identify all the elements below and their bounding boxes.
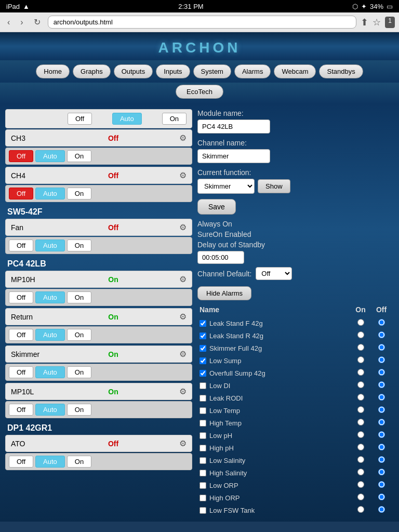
url-input[interactable] [48, 16, 357, 29]
nav-webcam[interactable]: Webcam [274, 64, 316, 78]
share-button[interactable]: ⬆ [361, 17, 368, 28]
ecotech-button[interactable]: EcoTech [176, 85, 223, 99]
alarm-high-salinity-checkbox[interactable] [200, 470, 206, 476]
skimmer-gear-icon[interactable]: ⚙ [179, 349, 187, 359]
alarm-hsal-on-radio[interactable] [357, 469, 364, 475]
mp10l-ctrl-off[interactable]: Off [9, 404, 33, 416]
mp10h-ctrl-on[interactable]: On [67, 291, 91, 303]
ch4-ctrl-off[interactable]: Off [9, 188, 33, 200]
alarm-low-orp-checkbox[interactable] [200, 482, 206, 489]
alarm-ls-on-radio[interactable] [357, 356, 364, 363]
alarm-lfsw-off-radio[interactable] [378, 506, 385, 513]
fan-ctrl-auto[interactable]: Auto [35, 240, 65, 251]
alarm-lt-on-radio[interactable] [357, 406, 364, 413]
alarm-hph-off-radio[interactable] [378, 444, 385, 450]
skimmer-ctrl-off[interactable]: Off [9, 366, 33, 378]
alarm-os-on-radio[interactable] [357, 369, 364, 376]
alarm-low-ph-checkbox[interactable] [200, 432, 206, 439]
skimmer-ctrl-on[interactable]: On [67, 366, 91, 378]
alarm-high-temp-checkbox[interactable] [200, 420, 206, 427]
show-button[interactable]: Show [258, 179, 290, 193]
skimmer-ctrl-auto[interactable]: Auto [35, 366, 65, 378]
alarm-lr-on-radio[interactable] [357, 394, 364, 401]
alarm-lfsw-on-radio[interactable] [357, 506, 364, 513]
ch4-gear-icon[interactable]: ⚙ [179, 170, 187, 180]
nav-alarms[interactable]: Alarms [234, 64, 271, 78]
alarm-low-salinity-checkbox[interactable] [200, 457, 206, 464]
alarm-leak-stand-f-checkbox[interactable] [200, 320, 206, 327]
nav-graphs[interactable]: Graphs [73, 64, 111, 78]
alarm-lsr-on-radio[interactable] [357, 331, 364, 338]
alarm-lsr-off-radio[interactable] [378, 331, 385, 338]
ch-unnamed-1-auto[interactable]: Auto [112, 113, 142, 125]
alarm-low-fsw-checkbox[interactable] [200, 507, 206, 514]
ch3-gear-icon[interactable]: ⚙ [179, 133, 187, 143]
ch-unnamed-1-off[interactable]: Off [68, 113, 92, 125]
mp10h-ctrl-off[interactable]: Off [9, 291, 33, 303]
alarm-sf-off-radio[interactable] [378, 344, 385, 351]
ato-ctrl-off[interactable]: Off [9, 456, 33, 468]
nav-system[interactable]: System [193, 64, 231, 78]
alarm-high-ph-checkbox[interactable] [200, 445, 206, 451]
alarm-low-temp-checkbox[interactable] [200, 407, 206, 414]
alarm-lph-on-radio[interactable] [357, 431, 364, 438]
hide-alarms-button[interactable]: Hide Alarms [197, 286, 251, 300]
alarm-lsal-off-radio[interactable] [378, 456, 385, 463]
channel-default-select[interactable]: Off On [256, 267, 292, 280]
alarm-low-sump-checkbox[interactable] [200, 357, 206, 364]
mp10l-ctrl-auto[interactable]: Auto [35, 404, 65, 416]
alarm-horp-off-radio[interactable] [378, 494, 385, 500]
ch-unnamed-1-on[interactable]: On [162, 113, 187, 125]
return-ctrl-off[interactable]: Off [9, 329, 33, 341]
forward-button[interactable]: › [17, 17, 26, 28]
ch3-ctrl-off[interactable]: Off [9, 150, 33, 162]
function-select[interactable]: Skimmer Return Light Fan Heater [197, 179, 255, 194]
ch4-ctrl-on[interactable]: On [67, 188, 91, 200]
refresh-button[interactable]: ↻ [31, 16, 44, 28]
alarm-lsf-off-radio[interactable] [378, 319, 385, 326]
alarm-lorp-off-radio[interactable] [378, 481, 385, 488]
bookmark-button[interactable]: ☆ [373, 17, 381, 28]
alarm-lorp-on-radio[interactable] [357, 481, 364, 488]
fan-ctrl-off[interactable]: Off [9, 240, 33, 251]
return-ctrl-auto[interactable]: Auto [35, 329, 65, 341]
ch4-ctrl-auto[interactable]: Auto [35, 188, 65, 200]
alarm-lsf-on-radio[interactable] [357, 319, 364, 326]
alarm-ls-off-radio[interactable] [378, 356, 385, 363]
tab-count[interactable]: 1 [385, 17, 395, 28]
alarm-lsal-on-radio[interactable] [357, 456, 364, 463]
ch3-ctrl-on[interactable]: On [67, 150, 91, 162]
ato-gear-icon[interactable]: ⚙ [179, 438, 187, 448]
delay-input[interactable] [197, 251, 244, 264]
nav-inputs[interactable]: Inputs [156, 64, 190, 78]
alarm-lr-off-radio[interactable] [378, 394, 385, 401]
ch3-ctrl-auto[interactable]: Auto [35, 150, 65, 162]
alarm-lph-off-radio[interactable] [378, 431, 385, 438]
nav-outputs[interactable]: Outputs [114, 64, 153, 78]
return-ctrl-on[interactable]: On [67, 329, 91, 341]
alarm-leak-rodi-checkbox[interactable] [200, 395, 206, 402]
mp10h-gear-icon[interactable]: ⚙ [179, 274, 187, 284]
return-gear-icon[interactable]: ⚙ [179, 312, 187, 322]
alarm-hsal-off-radio[interactable] [378, 469, 385, 475]
mp10l-ctrl-on[interactable]: On [67, 404, 91, 416]
ato-ctrl-on[interactable]: On [67, 456, 91, 468]
mp10l-gear-icon[interactable]: ⚙ [179, 387, 187, 396]
nav-standbys[interactable]: Standbys [319, 64, 363, 78]
alarm-ldi-on-radio[interactable] [357, 381, 364, 388]
alarm-sf-on-radio[interactable] [357, 344, 364, 351]
module-name-input[interactable] [197, 119, 270, 134]
alarm-high-orp-checkbox[interactable] [200, 495, 206, 501]
alarm-lt-off-radio[interactable] [378, 406, 385, 413]
alarm-low-di-checkbox[interactable] [200, 382, 206, 389]
fan-ctrl-on[interactable]: On [67, 240, 91, 251]
alarm-horp-on-radio[interactable] [357, 494, 364, 500]
alarm-ht-on-radio[interactable] [357, 419, 364, 425]
alarm-os-off-radio[interactable] [378, 369, 385, 376]
nav-home[interactable]: Home [36, 64, 70, 78]
channel-name-input[interactable] [197, 149, 270, 163]
back-button[interactable]: ‹ [4, 17, 13, 28]
alarm-skimmer-full-checkbox[interactable] [200, 345, 206, 352]
mp10h-ctrl-auto[interactable]: Auto [35, 291, 65, 303]
fan-gear-icon[interactable]: ⚙ [179, 222, 187, 232]
